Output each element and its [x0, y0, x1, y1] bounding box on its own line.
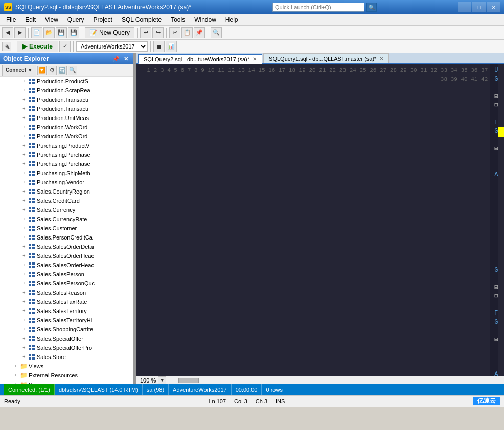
tree-item[interactable]: +Sales.SalesTaxRate [0, 297, 133, 306]
collapse-marker[interactable]: ⊟ [494, 293, 498, 300]
tree-item[interactable]: +Production.ProductS [0, 77, 133, 86]
tree-item[interactable]: +Sales.SalesOrderHeac [0, 251, 133, 260]
tree-expand-icon[interactable]: + [20, 179, 28, 186]
tree-item[interactable]: +Sales.SalesOrderHeac [0, 260, 133, 270]
tree-expand-icon[interactable]: + [20, 206, 28, 213]
tree-expand-icon[interactable]: + [20, 271, 28, 278]
results-button[interactable]: 📊 [166, 41, 177, 52]
save-all-button[interactable]: 💾 [68, 27, 79, 38]
tree-expand-icon[interactable]: + [20, 335, 28, 342]
oe-connect-button[interactable]: Connect ▼ [2, 65, 36, 76]
quick-launch-input[interactable] [272, 3, 364, 12]
tree-item[interactable]: +Purchasing.Purchase [0, 150, 133, 159]
tree-item[interactable]: +Production.WorkOrd [0, 132, 133, 141]
new-query-button[interactable]: 📝 New Query [85, 27, 134, 38]
menu-item-query[interactable]: Query [63, 15, 88, 25]
paste-button[interactable]: 📌 [194, 27, 205, 38]
tree-expand-icon[interactable]: + [20, 298, 28, 305]
menu-item-file[interactable]: File [2, 15, 20, 25]
tree-item[interactable]: +Production.UnitMeas [0, 113, 133, 123]
stop-button[interactable]: ⏹ [153, 41, 165, 52]
tree-item[interactable]: +Purchasing.ProductV [0, 141, 133, 150]
tree-expand-icon[interactable]: + [20, 197, 28, 204]
tree-item[interactable]: +Sales.SalesPersonQuc [0, 279, 133, 288]
tree-expand-icon[interactable]: + [20, 326, 28, 333]
tree-item[interactable]: +Sales.ShoppingCartIte [0, 325, 133, 334]
tab-close-button[interactable]: ✕ [253, 56, 257, 62]
tree-expand-icon[interactable]: + [20, 170, 28, 177]
oe-pin-button[interactable]: 📌 [111, 56, 121, 62]
tab-close-button[interactable]: ✕ [379, 56, 383, 61]
collapse-marker[interactable]: ⊟ [494, 102, 498, 109]
menu-item-project[interactable]: Project [89, 15, 117, 25]
forward-button[interactable]: ▶ [14, 27, 26, 38]
tree-item[interactable]: +Sales.SalesReason [0, 288, 133, 297]
tree-item[interactable]: +📁Views [0, 362, 133, 371]
collapse-marker[interactable]: ⊟ [494, 284, 498, 291]
tree-item[interactable]: +Sales.Currency [0, 205, 133, 214]
undo-button[interactable]: ↩ [140, 27, 151, 38]
tree-item[interactable]: +📁Synonyms [0, 380, 133, 384]
menu-item-help[interactable]: Help [221, 15, 242, 25]
tree-item[interactable]: +Sales.PersonCreditCa [0, 233, 133, 242]
tree-expand-icon[interactable]: + [20, 307, 28, 315]
menu-item-view[interactable]: View [41, 15, 62, 25]
open-file-button[interactable]: 📂 [43, 27, 55, 38]
tree-expand-icon[interactable]: + [20, 188, 28, 195]
horizontal-scrollbar[interactable] [168, 377, 498, 384]
tree-expand-icon[interactable]: + [20, 105, 28, 112]
connect-button[interactable]: 🔌 [2, 42, 11, 51]
tree-item[interactable]: +Purchasing.Purchase [0, 159, 133, 169]
tree-item[interactable]: +Sales.CountryRegion [0, 187, 133, 196]
editor-tab[interactable]: SQLQuery1.sql - db...QLLAST.master (sa)*… [263, 53, 389, 63]
tree-item[interactable]: +Production.Transacti [0, 104, 133, 113]
oe-close-button[interactable]: ✕ [122, 56, 130, 62]
tree-item[interactable]: +Sales.CreditCard [0, 196, 133, 205]
database-selector[interactable]: AdventureWorks2017 master tempdb [76, 41, 148, 52]
check-button[interactable]: ✓ [59, 41, 71, 52]
quick-launch-button[interactable]: 🔍 [366, 3, 377, 12]
new-file-button[interactable]: 📄 [31, 27, 42, 38]
tree-expand-icon[interactable]: + [20, 243, 28, 250]
oe-settings-button[interactable]: ⚙ [48, 66, 57, 75]
collapse-marker[interactable]: ⊟ [494, 336, 498, 343]
tree-item[interactable]: +Sales.Customer [0, 224, 133, 233]
tree-expand-icon[interactable]: + [12, 372, 19, 379]
tree-expand-icon[interactable]: + [20, 353, 28, 361]
tree-expand-icon[interactable]: + [12, 363, 19, 370]
editor-tab[interactable]: SQLQuery2.sql - db...tureWorks2017 (sa)*… [138, 54, 262, 64]
tree-expand-icon[interactable]: + [20, 280, 28, 287]
back-button[interactable]: ◀ [2, 27, 13, 38]
tree-expand-icon[interactable]: + [20, 87, 28, 94]
oe-refresh-button[interactable]: 🔄 [58, 66, 67, 75]
execute-button[interactable]: ▶ Execute [17, 41, 58, 52]
menu-item-tools[interactable]: Tools [167, 15, 189, 25]
tree-expand-icon[interactable]: + [20, 289, 28, 296]
tree-expand-icon[interactable]: + [20, 142, 28, 149]
zoom-down-button[interactable]: ▼ [158, 376, 166, 385]
tree-expand-icon[interactable]: + [20, 252, 28, 259]
tree-item[interactable]: +📁External Resources [0, 371, 133, 380]
cut-button[interactable]: ✂ [169, 27, 180, 38]
tree-item[interactable]: +Sales.CurrencyRate [0, 214, 133, 224]
tree-item[interactable]: +Sales.Store [0, 352, 133, 362]
tree-expand-icon[interactable]: + [20, 317, 28, 324]
menu-item-edit[interactable]: Edit [21, 15, 40, 25]
tree-item[interactable]: +Purchasing.Vendor [0, 178, 133, 187]
tree-expand-icon[interactable]: + [20, 160, 28, 168]
oe-filter-button[interactable]: 🔽 [37, 66, 47, 75]
code-editor[interactable]: 1 2 3 4 5 6 7 8 9 10 11 12 13 14 15 16 1… [136, 64, 504, 376]
tree-expand-icon[interactable]: + [20, 78, 28, 85]
tree-expand-icon[interactable]: + [20, 114, 28, 122]
search-button[interactable]: 🔍 [211, 27, 222, 38]
collapse-marker[interactable]: ⊟ [494, 145, 498, 152]
redo-button[interactable]: ↪ [152, 27, 164, 38]
save-button[interactable]: 💾 [56, 27, 67, 38]
tree-expand-icon[interactable]: + [20, 133, 28, 140]
tree-item[interactable]: +Production.ScrapRea [0, 86, 133, 95]
collapse-marker[interactable]: ⊟ [494, 93, 498, 100]
tree-expand-icon[interactable]: + [20, 124, 28, 131]
tree-expand-icon[interactable]: + [20, 261, 28, 269]
tree-item[interactable]: +Sales.SalesTerritory [0, 306, 133, 316]
close-button[interactable]: ✕ [487, 2, 500, 12]
